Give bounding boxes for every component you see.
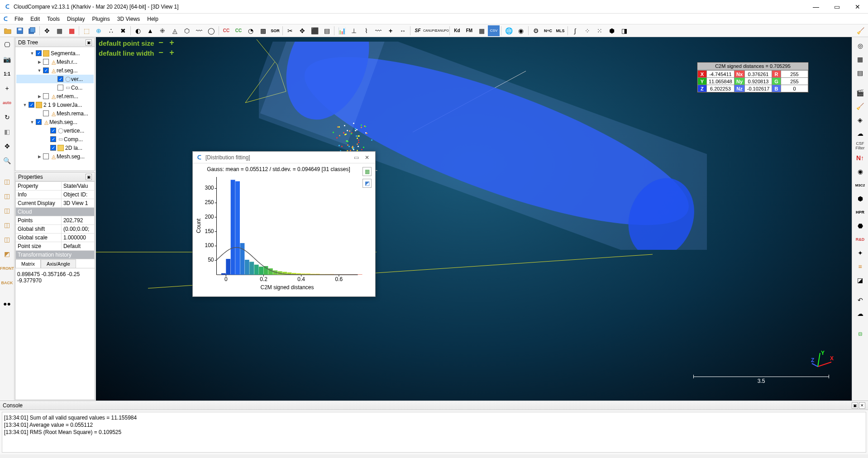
- sf-filter-icon[interactable]: ⌇: [360, 25, 372, 36]
- view-bottom-icon[interactable]: ◫: [1, 234, 13, 245]
- menu-edit[interactable]: Edit: [27, 15, 43, 23]
- checker-icon[interactable]: ▩: [257, 25, 269, 36]
- cloud2-icon[interactable]: ☁: [854, 128, 867, 139]
- tree-item[interactable]: ✓▭ Comp...: [16, 135, 94, 143]
- menu-file[interactable]: File: [11, 15, 27, 23]
- m3c2-icon[interactable]: M3C2: [854, 179, 867, 191]
- matrix-icon[interactable]: ▦: [476, 25, 487, 36]
- plugin-2-icon[interactable]: ▦: [854, 53, 867, 65]
- tree-item[interactable]: ▶◬ Mesh.r...: [16, 57, 94, 66]
- app-menu-icon[interactable]: ᑕ: [2, 15, 9, 23]
- translate-icon[interactable]: ✥: [296, 25, 308, 36]
- kd-icon[interactable]: Kd: [451, 25, 463, 36]
- csv-icon[interactable]: CSV: [488, 25, 500, 36]
- compass-icon[interactable]: N↑: [854, 152, 867, 164]
- dbtree-float-button[interactable]: ▣: [86, 39, 92, 46]
- align-icon[interactable]: CC: [233, 25, 244, 36]
- tree-checkbox[interactable]: ✓: [50, 145, 56, 151]
- tree-item[interactable]: ▼✓ 2 1 9 LowerJa...: [16, 100, 94, 109]
- line-width-minus-button[interactable]: −: [157, 49, 165, 57]
- view-iso1-icon[interactable]: ◩: [1, 248, 13, 260]
- menu-help[interactable]: Help: [143, 15, 162, 23]
- tree-checkbox[interactable]: ✓: [36, 119, 42, 125]
- console-float-button[interactable]: ▣: [852, 402, 858, 409]
- save-all-icon[interactable]: [26, 25, 38, 36]
- console-output[interactable]: [13:34:01] Sum of all valid squared valu…: [2, 412, 866, 453]
- view-top-icon[interactable]: ◫: [1, 176, 13, 187]
- sphere-icon[interactable]: ◉: [515, 25, 527, 36]
- shield-icon[interactable]: ◈: [854, 114, 867, 126]
- tree-checkbox[interactable]: [43, 153, 49, 159]
- ransac-icon[interactable]: ⬢: [606, 25, 618, 36]
- octree-icon[interactable]: ⁜: [157, 25, 168, 36]
- gradient-icon[interactable]: 〰: [372, 25, 384, 36]
- tree-item[interactable]: ✓ 2D la...: [16, 143, 94, 152]
- move-icon[interactable]: ✥: [1, 140, 13, 152]
- export-image-icon[interactable]: ◩: [362, 179, 372, 188]
- flickr-icon[interactable]: ●●: [1, 298, 13, 310]
- plugin-3-icon[interactable]: ▤: [854, 67, 867, 79]
- tree-checkbox[interactable]: [43, 110, 49, 116]
- tree-item[interactable]: ◬ Mesh.rema...: [16, 109, 94, 118]
- properties-float-button[interactable]: ▣: [86, 174, 92, 180]
- iso-icon[interactable]: ◧: [1, 126, 13, 138]
- save-icon[interactable]: [14, 25, 26, 36]
- mesh-icon[interactable]: ◬: [169, 25, 181, 36]
- distribution-fitting-dialog[interactable]: ᑕ [Distribution fitting] ▭ ✕ Gauss: mean…: [192, 151, 376, 297]
- ransac2-icon[interactable]: R&D: [854, 234, 867, 245]
- tree-expand-icon[interactable]: ▼: [30, 120, 34, 124]
- dot2-icon[interactable]: ⁙: [594, 25, 606, 36]
- zoom-icon[interactable]: 🔍: [1, 155, 13, 167]
- delete-icon[interactable]: ✖: [117, 25, 129, 36]
- pcv-icon[interactable]: ⬢: [854, 193, 867, 205]
- globe-icon[interactable]: 🌐: [503, 25, 515, 36]
- view-back-icon[interactable]: BACK: [1, 277, 13, 289]
- colors-icon[interactable]: ◐: [132, 25, 144, 36]
- rotate-icon[interactable]: ↻: [1, 111, 13, 123]
- broom2-icon[interactable]: 🧹: [854, 100, 867, 112]
- plugin-1-icon[interactable]: ◎: [854, 40, 867, 52]
- crosssection-icon[interactable]: ⬛: [309, 25, 320, 36]
- tree-icon[interactable]: ⦻: [854, 328, 867, 339]
- tree-item[interactable]: ▼✓◬ ref.seg...: [16, 66, 94, 75]
- tree-item[interactable]: ✓◯ vertice...: [16, 126, 94, 135]
- camera-icon[interactable]: 📷: [1, 53, 13, 65]
- poisson-icon[interactable]: ⬣: [854, 220, 867, 232]
- canupo-classify-icon[interactable]: CANUPO: [436, 25, 448, 36]
- view-left-icon[interactable]: ◫: [1, 219, 13, 231]
- tree-item[interactable]: ▼✓ Segmenta...: [16, 49, 94, 57]
- tree-expand-icon[interactable]: ▼: [37, 68, 42, 73]
- tree-checkbox[interactable]: ✓: [36, 50, 42, 56]
- arith-icon[interactable]: +: [385, 25, 396, 36]
- animation-icon[interactable]: 🎬: [854, 87, 867, 99]
- 3d-viewport[interactable]: + default point size − + default line wi…: [96, 37, 852, 401]
- line-width-plus-button[interactable]: +: [168, 49, 176, 57]
- layers-icon[interactable]: ≡: [854, 261, 867, 272]
- register-icon[interactable]: CC: [220, 25, 232, 36]
- dialog-close-button[interactable]: ✕: [362, 153, 372, 162]
- view-side-icon[interactable]: ◫: [1, 205, 13, 216]
- subsample-icon[interactable]: ∴: [105, 25, 117, 36]
- sf-icon[interactable]: SF: [412, 25, 424, 36]
- maximize-button[interactable]: ▭: [830, 2, 844, 11]
- view-front-icon[interactable]: ◫: [1, 190, 13, 202]
- stat-icon[interactable]: ⊥: [348, 25, 360, 36]
- rasterize-icon[interactable]: ▤: [321, 25, 333, 36]
- facets-icon[interactable]: ◉: [854, 166, 867, 177]
- pick-icon[interactable]: ✥: [41, 25, 53, 36]
- fit-icon[interactable]: ◯: [205, 25, 217, 36]
- dbtree-body[interactable]: ▼✓ Segmenta...▶◬ Mesh.r...▼✓◬ ref.seg...…: [15, 47, 95, 171]
- tree-checkbox[interactable]: ✓: [50, 128, 56, 134]
- tree-item[interactable]: ▶◬ Mesh.seg...: [16, 152, 94, 161]
- tree-item[interactable]: ✓◯ ver...: [16, 75, 94, 83]
- sample-icon[interactable]: ⬡: [181, 25, 193, 36]
- menu-tools[interactable]: Tools: [43, 15, 63, 23]
- hsv-icon[interactable]: ◨: [618, 25, 630, 36]
- extract-icon[interactable]: ∫: [569, 25, 581, 36]
- normals-icon[interactable]: ▲: [144, 25, 156, 36]
- tree-checkbox[interactable]: ✓: [50, 136, 56, 142]
- merge-icon[interactable]: ⊕: [93, 25, 105, 36]
- point-list-icon[interactable]: ▦: [53, 25, 65, 36]
- tree-item[interactable]: ▼✓◬ Mesh.seg...: [16, 118, 94, 126]
- point-size-minus-button[interactable]: −: [157, 39, 165, 47]
